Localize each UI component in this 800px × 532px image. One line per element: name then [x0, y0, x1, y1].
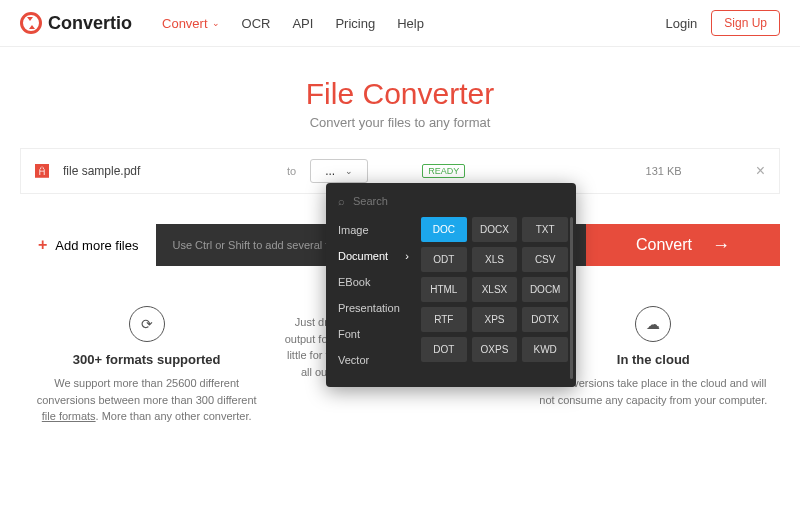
format-txt[interactable]: TXT	[522, 217, 568, 242]
format-dropdown: ⌕ ImageDocument›EBookPresentationFontVec…	[326, 183, 576, 387]
category-list: ImageDocument›EBookPresentationFontVecto…	[326, 213, 421, 377]
category-ebook[interactable]: EBook	[326, 269, 421, 295]
format-dotx[interactable]: DOTX	[522, 307, 568, 332]
scrollbar[interactable]	[570, 217, 573, 379]
logo-icon	[20, 12, 42, 34]
feature-title: 300+ formats supported	[30, 352, 263, 367]
nav-convert[interactable]: Convert⌄	[162, 16, 220, 31]
format-xls[interactable]: XLS	[472, 247, 518, 272]
signup-button[interactable]: Sign Up	[711, 10, 780, 36]
page-subtitle: Convert your files to any format	[0, 115, 800, 130]
status-badge: READY	[422, 164, 465, 178]
brand-name: Convertio	[48, 13, 132, 34]
chevron-right-icon: ›	[405, 250, 409, 262]
category-font[interactable]: Font	[326, 321, 421, 347]
page-title: File Converter	[0, 77, 800, 111]
format-dot[interactable]: DOT	[421, 337, 467, 362]
nav-ocr[interactable]: OCR	[242, 16, 271, 31]
nav-api[interactable]: API	[292, 16, 313, 31]
search-input[interactable]	[353, 195, 564, 207]
login-link[interactable]: Login	[665, 16, 697, 31]
format-xlsx[interactable]: XLSX	[472, 277, 518, 302]
remove-file-button[interactable]: ×	[756, 162, 765, 180]
cloud-icon: ☁	[635, 306, 671, 342]
feature-formats: ⟳ 300+ formats supported We support more…	[30, 306, 263, 425]
format-html[interactable]: HTML	[421, 277, 467, 302]
arrow-right-icon: →	[712, 235, 730, 256]
format-kwd[interactable]: KWD	[522, 337, 568, 362]
category-image[interactable]: Image	[326, 217, 421, 243]
search-icon: ⌕	[338, 195, 345, 207]
nav-links: Convert⌄ OCR API Pricing Help	[162, 16, 424, 31]
nav-help[interactable]: Help	[397, 16, 424, 31]
nav-pricing[interactable]: Pricing	[335, 16, 375, 31]
dropdown-search[interactable]: ⌕	[326, 189, 576, 213]
plus-icon: +	[38, 236, 47, 254]
format-odt[interactable]: ODT	[421, 247, 467, 272]
file-name: file sample.pdf	[63, 164, 273, 178]
format-csv[interactable]: CSV	[522, 247, 568, 272]
category-document[interactable]: Document›	[326, 243, 421, 269]
format-grid: DOCDOCXTXTODTXLSCSVHTMLXLSXDOCMRTFXPSDOT…	[421, 213, 576, 377]
format-docm[interactable]: DOCM	[522, 277, 568, 302]
file-formats-link[interactable]: file formats	[42, 410, 96, 422]
hero: File Converter Convert your files to any…	[0, 47, 800, 148]
convert-button[interactable]: Convert→	[586, 224, 780, 266]
feature-body: We support more than 25600 different con…	[30, 375, 263, 425]
refresh-icon: ⟳	[129, 306, 165, 342]
format-docx[interactable]: DOCX	[472, 217, 518, 242]
category-presentation[interactable]: Presentation	[326, 295, 421, 321]
to-label: to	[287, 165, 296, 177]
format-rtf[interactable]: RTF	[421, 307, 467, 332]
top-nav: Convertio Convert⌄ OCR API Pricing Help …	[0, 0, 800, 47]
add-more-button[interactable]: + Add more files	[20, 224, 156, 266]
file-size: 131 KB	[646, 165, 682, 177]
chevron-down-icon: ⌄	[212, 18, 220, 28]
format-selector[interactable]: ...⌄	[310, 159, 368, 183]
chevron-down-icon: ⌄	[345, 166, 353, 176]
category-vector[interactable]: Vector	[326, 347, 421, 373]
pdf-icon: 🅰	[35, 163, 49, 179]
format-oxps[interactable]: OXPS	[472, 337, 518, 362]
format-xps[interactable]: XPS	[472, 307, 518, 332]
format-doc[interactable]: DOC	[421, 217, 467, 242]
logo[interactable]: Convertio	[20, 12, 132, 34]
